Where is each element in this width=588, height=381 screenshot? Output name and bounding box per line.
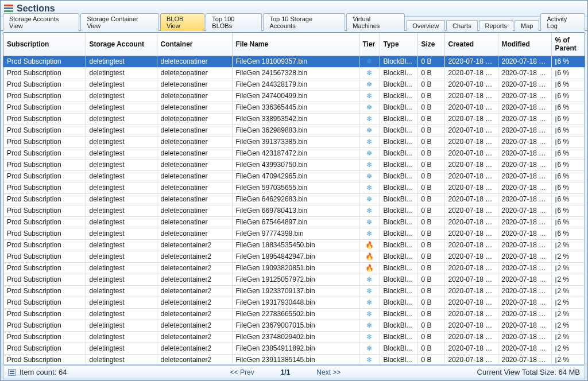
table-row[interactable]: Prod Subscriptiondeletingtestdeleteconat…	[3, 228, 585, 240]
table-row[interactable]: Prod Subscriptiondeletingtestdeleteconat…	[3, 102, 585, 114]
cell-container: deletecontainer2	[157, 297, 232, 309]
cell-account: deletingtest	[86, 228, 157, 240]
table-row[interactable]: Prod Subscriptiondeletingtestdeleteconat…	[3, 56, 585, 68]
table-row[interactable]: Prod Subscriptiondeletingtestdeleteconat…	[3, 182, 585, 194]
table-row[interactable]: Prod Subscriptiondeletingtestdeleteconat…	[3, 137, 585, 148]
cell-type: BlockBl...	[380, 251, 417, 263]
cell-pct: 6 %	[551, 56, 585, 68]
table-row[interactable]: Prod Subscriptiondeletingtestdeleteconta…	[3, 355, 585, 364]
cell-created: 2020-07-18 03:5...	[444, 102, 498, 114]
cell-subscription: Prod Subscription	[3, 332, 86, 343]
grid-scroll[interactable]: Subscription Storage Account Container F…	[3, 33, 585, 363]
table-row[interactable]: Prod Subscriptiondeletingtestdeleteconat…	[3, 114, 585, 125]
tab-reports[interactable]: Reports	[479, 20, 514, 31]
table-row[interactable]: Prod Subscriptiondeletingtestdeleteconat…	[3, 160, 585, 171]
prev-page-button[interactable]: << Prev	[227, 367, 258, 378]
col-pct[interactable]: % of Parent	[551, 33, 585, 56]
pct-bar-icon	[555, 82, 556, 88]
app-logo-icon	[4, 4, 13, 13]
next-page-button[interactable]: Next >>	[313, 367, 344, 378]
col-account[interactable]: Storage Account	[86, 33, 157, 56]
cell-account: deletingtest	[86, 240, 157, 251]
cell-tier: ❄	[359, 297, 380, 309]
table-row[interactable]: Prod Subscriptiondeletingtestdeleteconta…	[3, 286, 585, 297]
pct-value: 2 %	[558, 241, 570, 250]
tab-virtual-machines[interactable]: Virtual Machines	[346, 13, 405, 31]
cell-size: 0 B	[417, 56, 444, 68]
table-row[interactable]: Prod Subscriptiondeletingtestdeleteconta…	[3, 274, 585, 286]
snowflake-icon: ❄	[366, 310, 372, 317]
cell-file: FileGen 646292683.bin	[232, 194, 359, 205]
pct-value: 6 %	[558, 161, 570, 169]
cell-file: FileGen 247400499.bin	[232, 91, 359, 102]
col-size[interactable]: Size	[417, 33, 444, 56]
col-file[interactable]: File Name	[232, 33, 359, 56]
cell-tier: ❄	[359, 355, 380, 364]
tab-charts[interactable]: Charts	[446, 20, 477, 31]
table-row[interactable]: Prod Subscriptiondeletingtestdeleteconat…	[3, 68, 585, 79]
cell-subscription: Prod Subscription	[3, 320, 86, 332]
tab-map[interactable]: Map	[514, 20, 539, 31]
table-row[interactable]: Prod Subscriptiondeletingtestdeleteconta…	[3, 343, 585, 355]
cell-file: FileGen 19093820851.bin	[232, 263, 359, 274]
col-created[interactable]: Created	[444, 33, 498, 56]
table-row[interactable]: Prod Subscriptiondeletingtestdeleteconta…	[3, 263, 585, 274]
tab-activity-log[interactable]: Activity Log	[540, 13, 585, 31]
tab-overview[interactable]: Overview	[406, 20, 445, 31]
cell-size: 0 B	[417, 79, 444, 91]
cell-created: 2020-07-18 03:5...	[444, 240, 498, 251]
cell-account: deletingtest	[86, 68, 157, 79]
col-container[interactable]: Container	[157, 33, 232, 56]
pct-bar-icon	[555, 174, 556, 180]
cell-account: deletingtest	[86, 297, 157, 309]
table-row[interactable]: Prod Subscriptiondeletingtestdeleteconta…	[3, 309, 585, 320]
pct-value: 6 %	[558, 195, 570, 204]
col-subscription[interactable]: Subscription	[3, 33, 86, 56]
cell-file: FileGen 675464897.bin	[232, 217, 359, 228]
cell-size: 0 B	[417, 102, 444, 114]
cell-size: 0 B	[417, 91, 444, 102]
snowflake-icon: ❄	[366, 196, 372, 203]
col-tier[interactable]: Tier	[359, 33, 380, 56]
pct-value: 2 %	[558, 333, 570, 341]
cell-tier: ❄	[359, 160, 380, 171]
table-row[interactable]: Prod Subscriptiondeletingtestdeleteconat…	[3, 79, 585, 91]
cell-modified: 2020-07-18 03:5...	[498, 56, 551, 68]
tab-top-10-storage-accounts[interactable]: Top 10 Storage Accounts	[263, 13, 345, 31]
cell-account: deletingtest	[86, 332, 157, 343]
tab-blob-view[interactable]: BLOB View	[160, 13, 204, 31]
snowflake-icon: ❄	[366, 104, 372, 111]
cell-created: 2020-07-18 03:5...	[444, 137, 498, 148]
cell-subscription: Prod Subscription	[3, 263, 86, 274]
table-row[interactable]: Prod Subscriptiondeletingtestdeleteconta…	[3, 332, 585, 343]
table-row[interactable]: Prod Subscriptiondeletingtestdeleteconat…	[3, 91, 585, 102]
col-modified[interactable]: Modified	[498, 33, 551, 56]
table-row[interactable]: Prod Subscriptiondeletingtestdeleteconat…	[3, 205, 585, 217]
cell-pct: 2 %	[551, 355, 585, 364]
table-row[interactable]: Prod Subscriptiondeletingtestdeleteconat…	[3, 125, 585, 137]
table-row[interactable]: Prod Subscriptiondeletingtestdeleteconta…	[3, 297, 585, 309]
snowflake-icon: ❄	[366, 333, 372, 340]
tab-storage-accounts-view[interactable]: Storage Accounts View	[3, 13, 79, 31]
tab-storage-container-view[interactable]: Storage Container View	[80, 13, 159, 31]
col-type[interactable]: Type	[380, 33, 417, 56]
cell-subscription: Prod Subscription	[3, 194, 86, 205]
pct-value: 2 %	[558, 356, 570, 363]
cell-type: BlockBl...	[380, 137, 417, 148]
cell-pct: 6 %	[551, 137, 585, 148]
snowflake-icon: ❄	[366, 69, 372, 76]
table-row[interactable]: Prod Subscriptiondeletingtestdeleteconat…	[3, 194, 585, 205]
cell-tier: ❄	[359, 309, 380, 320]
table-row[interactable]: Prod Subscriptiondeletingtestdeleteconta…	[3, 251, 585, 263]
cell-container: deleteconatiner	[157, 102, 232, 114]
cell-modified: 2020-07-18 03:5...	[498, 309, 551, 320]
pct-value: 6 %	[558, 126, 570, 135]
table-row[interactable]: Prod Subscriptiondeletingtestdeleteconta…	[3, 320, 585, 332]
cell-modified: 2020-07-18 03:5...	[498, 125, 551, 137]
table-row[interactable]: Prod Subscriptiondeletingtestdeleteconat…	[3, 148, 585, 160]
table-row[interactable]: Prod Subscriptiondeletingtestdeleteconta…	[3, 240, 585, 251]
table-row[interactable]: Prod Subscriptiondeletingtestdeleteconat…	[3, 217, 585, 228]
pct-value: 2 %	[558, 275, 570, 284]
tab-top-100-blobs[interactable]: Top 100 BLOBs	[206, 13, 262, 31]
table-row[interactable]: Prod Subscriptiondeletingtestdeleteconat…	[3, 171, 585, 182]
